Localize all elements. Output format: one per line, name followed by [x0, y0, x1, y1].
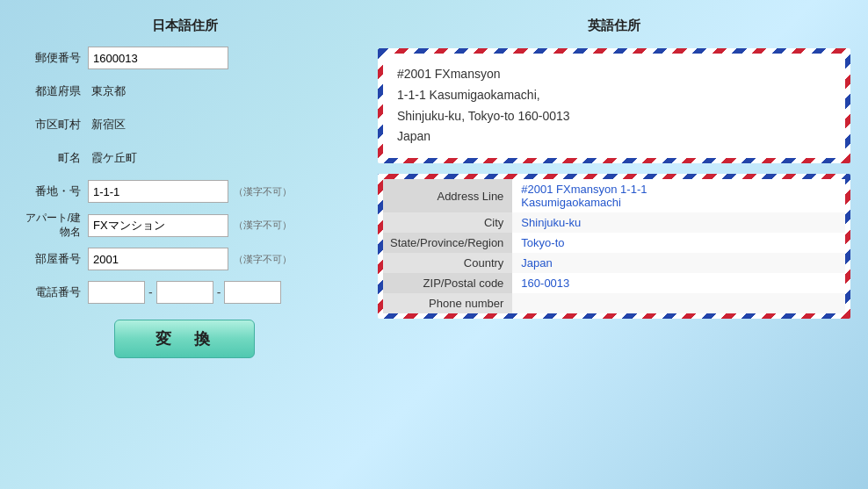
room-label: 部屋番号: [18, 251, 88, 267]
convert-button[interactable]: 変 換: [114, 320, 255, 358]
town-value: 霞ケ丘町: [88, 150, 137, 166]
field-label: State/Province/Region: [383, 233, 512, 253]
postal-row: 郵便番号: [18, 45, 351, 71]
table-row: CountryJapan: [383, 253, 845, 273]
table-row: ZIP/Postal code160-0013: [383, 273, 845, 293]
field-value: Tokyo-to: [512, 233, 845, 253]
field-label: Phone number: [383, 293, 512, 313]
banchi-row: 番地・号 （漢字不可）: [18, 178, 351, 205]
table-container: Address Line#2001 FXmansyon 1-1-1Kasumig…: [383, 179, 845, 313]
bottom-envelope: Address Line#2001 FXmansyon 1-1-1Kasumig…: [378, 174, 850, 319]
room-row: 部屋番号 （漢字不可）: [18, 246, 351, 272]
apart-row: アパート/建物名 （漢字不可）: [18, 212, 351, 239]
town-label: 町名: [18, 150, 88, 166]
banchi-label: 番地・号: [18, 183, 88, 199]
banchi-note: （漢字不可）: [234, 185, 292, 198]
apart-note: （漢字不可）: [234, 219, 292, 232]
left-panel: 日本語住所 郵便番号 都道府県 東京都 市区町村 新宿区 町名 霞ケ丘町 番地・…: [0, 9, 369, 480]
city-row: 市区町村 新宿区: [18, 111, 351, 138]
apart-input[interactable]: [88, 214, 228, 237]
city-label: 市区町村: [18, 117, 88, 133]
room-note: （漢字不可）: [234, 253, 292, 266]
table-row: Address Line#2001 FXmansyon 1-1-1Kasumig…: [383, 179, 845, 212]
phone-inputs: - -: [88, 281, 281, 304]
field-value: 160-0013: [512, 273, 845, 293]
phone-label: 電話番号: [18, 284, 88, 300]
envelope-content: #2001 FXmansyon1-1-1 Kasumigaokamachi,Sh…: [383, 54, 845, 158]
field-value: Japan: [512, 253, 845, 273]
town-row: 町名 霞ケ丘町: [18, 145, 351, 171]
field-label: Country: [383, 253, 512, 273]
phone-sep-1: -: [148, 285, 153, 299]
address-table: Address Line#2001 FXmansyon 1-1-1Kasumig…: [383, 179, 845, 313]
phone-input-1[interactable]: [88, 281, 145, 304]
prefecture-value: 東京都: [88, 83, 126, 99]
postal-input[interactable]: [88, 47, 228, 69]
right-panel: 英語住所 #2001 FXmansyon1-1-1 Kasumigaokamac…: [369, 9, 868, 480]
field-label: City: [383, 212, 512, 233]
field-label: Address Line: [383, 179, 512, 212]
left-title: 日本語住所: [18, 18, 351, 34]
apart-label: アパート/建物名: [18, 212, 88, 239]
field-value: Shinjuku-ku: [512, 212, 845, 233]
banchi-input[interactable]: [88, 180, 228, 203]
postal-label: 郵便番号: [18, 50, 88, 66]
right-title: 英語住所: [378, 18, 850, 34]
field-value: #2001 FXmansyon 1-1-1Kasumigaokamachi: [512, 179, 845, 212]
prefecture-label: 都道府県: [18, 83, 88, 99]
table-row: CityShinjuku-ku: [383, 212, 845, 233]
envelope-text: #2001 FXmansyon1-1-1 Kasumigaokamachi,Sh…: [397, 64, 831, 147]
phone-sep-2: -: [217, 285, 221, 299]
room-input[interactable]: [88, 248, 228, 270]
phone-input-2[interactable]: [156, 281, 213, 304]
phone-input-3[interactable]: [224, 281, 281, 304]
prefecture-row: 都道府県 東京都: [18, 78, 351, 104]
city-value: 新宿区: [88, 117, 126, 133]
table-row: State/Province/RegionTokyo-to: [383, 233, 845, 253]
top-envelope: #2001 FXmansyon1-1-1 Kasumigaokamachi,Sh…: [378, 48, 850, 163]
field-label: ZIP/Postal code: [383, 273, 512, 293]
phone-row: 電話番号 - -: [18, 279, 351, 306]
table-row: Phone number: [383, 293, 845, 313]
field-value: [512, 293, 845, 313]
